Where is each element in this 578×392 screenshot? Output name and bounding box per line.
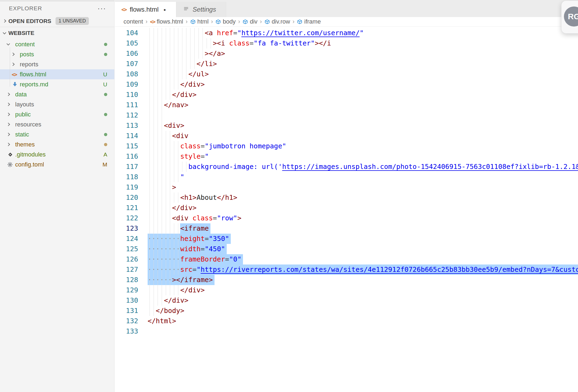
line-content[interactable]: " bbox=[148, 172, 578, 182]
line-content[interactable]: <div class="row"> bbox=[148, 213, 578, 223]
line-content[interactable]: <div bbox=[148, 131, 578, 141]
breadcrumb-item-content[interactable]: content bbox=[124, 18, 143, 25]
code-line-123[interactable]: 123<iframe bbox=[115, 223, 578, 234]
line-content[interactable]: ········frameBorder="0" bbox=[148, 254, 578, 264]
sidebar-item-flows-html[interactable]: <>flows.htmlU bbox=[0, 69, 114, 79]
code-line-126[interactable]: 126········frameBorder="0" bbox=[115, 254, 578, 264]
line-content[interactable]: </div> bbox=[148, 295, 578, 306]
code-line-124[interactable]: 124········height="350" bbox=[115, 234, 578, 244]
more-actions-icon[interactable]: ··· bbox=[98, 7, 106, 10]
line-content[interactable]: background-image: url('https://images.un… bbox=[148, 162, 578, 172]
code-line-132[interactable]: 132</html> bbox=[115, 316, 578, 326]
line-content[interactable] bbox=[148, 110, 578, 120]
sidebar-item-content[interactable]: content bbox=[0, 39, 114, 49]
sidebar-item-themes[interactable]: themes bbox=[0, 139, 114, 149]
breadcrumb-item-flows-html[interactable]: <>flows.html bbox=[150, 18, 183, 25]
breadcrumb-item-div[interactable]: div bbox=[242, 18, 257, 25]
line-content[interactable]: <a href="https://twitter.com/username/" bbox=[148, 28, 578, 38]
line-content[interactable]: <div> bbox=[148, 120, 578, 131]
line-content[interactable]: </div> bbox=[148, 90, 578, 100]
code-line-109[interactable]: 109</div> bbox=[115, 79, 578, 90]
sidebar-item-gitmodules[interactable]: .gitmodulesA bbox=[0, 149, 114, 159]
line-content[interactable]: </html> bbox=[148, 316, 578, 326]
line-number: 130 bbox=[115, 295, 138, 306]
code-line-129[interactable]: 129</div> bbox=[115, 285, 578, 295]
sidebar-item-layouts[interactable]: layouts bbox=[0, 99, 114, 109]
open-editors-section[interactable]: OPEN EDITORS 1 UNSAVED bbox=[0, 15, 114, 27]
breadcrumb-item-div-row[interactable]: div.row bbox=[264, 18, 290, 25]
tab-settings[interactable]: Settings bbox=[176, 2, 226, 17]
sidebar-item-static[interactable]: static bbox=[0, 129, 114, 139]
line-content[interactable]: ><i class="fa fa-twitter"></i bbox=[148, 38, 578, 48]
tab-flows-html[interactable]: <>flows.html● bbox=[115, 2, 176, 17]
breadcrumb-item-iframe[interactable]: iframe bbox=[297, 18, 321, 25]
line-number: 107 bbox=[115, 59, 138, 69]
code-line-125[interactable]: 125········width="450" bbox=[115, 244, 578, 254]
line-content[interactable]: class="jumbotron homepage" bbox=[148, 141, 578, 151]
line-content[interactable]: </ul> bbox=[148, 69, 578, 79]
line-content[interactable]: ······></iframe> bbox=[148, 275, 578, 285]
sidebar-item-posts[interactable]: posts bbox=[0, 49, 114, 59]
token: > bbox=[237, 214, 241, 222]
line-content[interactable]: </div> bbox=[148, 203, 578, 213]
line-content[interactable]: ········height="350" bbox=[148, 234, 578, 244]
code-line-131[interactable]: 131</body> bbox=[115, 306, 578, 316]
code-line-130[interactable]: 130</div> bbox=[115, 295, 578, 306]
breadcrumb-item-html[interactable]: html bbox=[190, 18, 209, 25]
sidebar-item-reports-md[interactable]: reports.mdU bbox=[0, 79, 114, 89]
code-line-113[interactable]: 113<div> bbox=[115, 120, 578, 131]
code-line-133[interactable]: 133 bbox=[115, 326, 578, 337]
code-line-122[interactable]: 122<div class="row"> bbox=[115, 213, 578, 223]
line-content[interactable]: </div> bbox=[148, 285, 578, 295]
sidebar-item-config-toml[interactable]: config.tomlM bbox=[0, 159, 114, 169]
line-content[interactable]: ········width="450" bbox=[148, 244, 578, 254]
code-line-111[interactable]: 111</nav> bbox=[115, 100, 578, 110]
code-line-108[interactable]: 108</ul> bbox=[115, 69, 578, 79]
line-content[interactable]: ········src="https://riverreports.com/st… bbox=[148, 264, 578, 275]
token: " bbox=[180, 173, 184, 181]
code-line-107[interactable]: 107</li> bbox=[115, 59, 578, 69]
profile-card[interactable]: RG bbox=[561, 1, 578, 34]
code-line-117[interactable]: 117background-image: url('https://images… bbox=[115, 162, 578, 172]
line-content[interactable]: ></a> bbox=[148, 48, 578, 59]
code-line-112[interactable]: 112 bbox=[115, 110, 578, 120]
token: " bbox=[360, 29, 364, 37]
code-line-114[interactable]: 114<div bbox=[115, 131, 578, 141]
line-content[interactable]: <iframe bbox=[148, 223, 578, 234]
sidebar-item-public[interactable]: public bbox=[0, 109, 114, 119]
line-content[interactable]: </nav> bbox=[148, 100, 578, 110]
sidebar-item-reports[interactable]: reports bbox=[0, 59, 114, 69]
sidebar-item-data[interactable]: data bbox=[0, 89, 114, 99]
line-content[interactable]: </li> bbox=[148, 59, 578, 69]
code-line-115[interactable]: 115class="jumbotron homepage" bbox=[115, 141, 578, 151]
code-line-118[interactable]: 118" bbox=[115, 172, 578, 182]
line-content[interactable]: style=" bbox=[148, 151, 578, 162]
line-content[interactable]: > bbox=[148, 182, 578, 192]
modified-dot-icon[interactable]: ● bbox=[164, 7, 166, 12]
code-line-104[interactable]: 104<a href="https://twitter.com/username… bbox=[115, 28, 578, 38]
token: class bbox=[229, 39, 249, 47]
code-line-121[interactable]: 121</div> bbox=[115, 203, 578, 213]
code-line-105[interactable]: 105><i class="fa fa-twitter"></i bbox=[115, 38, 578, 48]
code-line-110[interactable]: 110</div> bbox=[115, 90, 578, 100]
website-section[interactable]: WEBSITE bbox=[0, 27, 114, 39]
code-line-106[interactable]: 106></a> bbox=[115, 48, 578, 59]
code-editor[interactable]: 104<a href="https://twitter.com/username… bbox=[115, 27, 578, 337]
breadcrumb: content›<>flows.html›html›body›div›div.r… bbox=[115, 17, 578, 27]
line-content[interactable]: </div> bbox=[148, 79, 578, 90]
token: </html> bbox=[148, 317, 176, 325]
folder-chevron-icon bbox=[12, 63, 20, 66]
code-line-119[interactable]: 119> bbox=[115, 182, 578, 192]
breadcrumb-separator: › bbox=[145, 18, 147, 25]
line-content[interactable]: <h1>About</h1> bbox=[148, 192, 578, 203]
line-number: 121 bbox=[115, 203, 138, 213]
code-line-127[interactable]: 127········src="https://riverreports.com… bbox=[115, 264, 578, 275]
code-line-128[interactable]: 128······></iframe> bbox=[115, 275, 578, 285]
line-content[interactable]: </body> bbox=[148, 306, 578, 316]
code-line-116[interactable]: 116style=" bbox=[115, 151, 578, 162]
line-content[interactable] bbox=[148, 326, 578, 337]
breadcrumb-item-body[interactable]: body bbox=[215, 18, 236, 25]
sidebar-item-resources[interactable]: resources bbox=[0, 119, 114, 129]
code-line-120[interactable]: 120<h1>About</h1> bbox=[115, 192, 578, 203]
token: = bbox=[201, 142, 205, 150]
